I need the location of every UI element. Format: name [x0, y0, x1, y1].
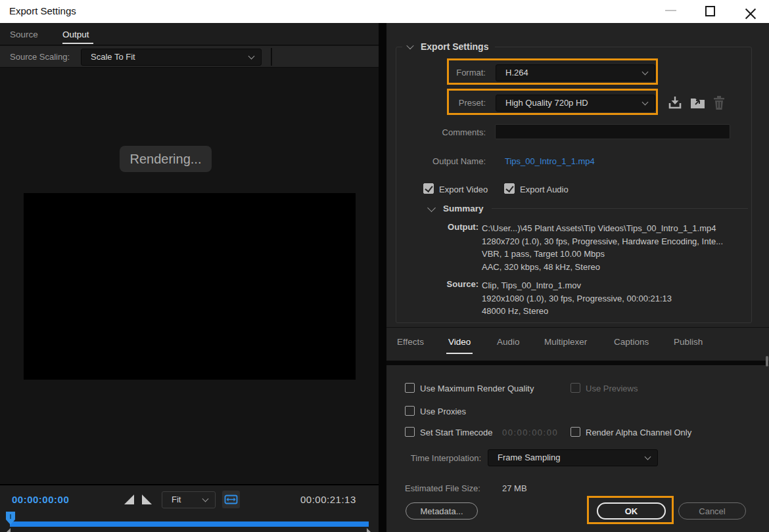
format-value: H.264: [505, 68, 528, 78]
panel-splitter[interactable]: [386, 361, 769, 365]
divider: [492, 208, 748, 209]
current-timecode[interactable]: 00:00:00:00: [12, 494, 69, 505]
preview-tabbar: Source Output: [0, 23, 379, 45]
preview-area: Rendering...: [0, 68, 379, 483]
use-previews-label: Use Previews: [586, 384, 638, 393]
zoom-level-value: Fit: [172, 495, 181, 504]
video-frame: [24, 193, 356, 380]
export-video-checkbox[interactable]: [423, 183, 434, 194]
minimize-icon[interactable]: [665, 10, 676, 11]
chevron-down-icon: [642, 69, 649, 76]
time-interpolation-select[interactable]: Frame Sampling: [488, 449, 658, 466]
preset-label: Preset:: [386, 98, 486, 108]
fit-output-icon[interactable]: [222, 491, 240, 508]
summary-output-label: Output:: [386, 222, 478, 232]
source-scaling-select[interactable]: Scale To Fit: [81, 49, 262, 66]
comments-label: Comments:: [386, 127, 486, 137]
zoom-level-select[interactable]: Fit: [162, 491, 216, 508]
transport-bar: 00:00:00:00 Fit 00:00:21:13: [0, 484, 379, 532]
output-name-label: Output Name:: [386, 156, 486, 166]
chevron-down-icon: [645, 454, 651, 460]
scrollbar-thumb[interactable]: [766, 356, 768, 366]
tab-captions[interactable]: Captions: [614, 337, 649, 347]
tab-effects[interactable]: Effects: [397, 337, 424, 347]
use-proxies-checkbox[interactable]: [405, 406, 415, 416]
summary-source-label: Source:: [386, 279, 478, 289]
export-audio-label: Export Audio: [520, 185, 569, 194]
video-tab-panel: Use Maximum Render Quality Use Previews …: [386, 365, 769, 532]
divider: [271, 48, 272, 66]
use-max-render-quality-checkbox[interactable]: [405, 383, 415, 393]
format-select[interactable]: H.264: [496, 64, 655, 81]
use-proxies-label: Use Proxies: [420, 407, 466, 416]
export-video-label: Export Video: [439, 185, 488, 194]
titlebar: Export Settings: [0, 0, 769, 23]
delete-preset-icon[interactable]: [712, 95, 730, 111]
settings-tabbar: Effects Video Audio Multiplexer Captions…: [386, 327, 769, 361]
render-alpha-label: Render Alpha Channel Only: [586, 428, 691, 437]
tab-output[interactable]: Output: [62, 30, 89, 39]
use-max-render-quality-label: Use Maximum Render Quality: [420, 384, 534, 393]
chevron-down-icon: [248, 53, 255, 60]
set-in-point-icon[interactable]: [124, 495, 134, 504]
use-previews-checkbox: [571, 383, 580, 393]
summary-output-lines: C:\User...)\45 Plant Assets\Tip Videos\T…: [482, 222, 723, 273]
window-title: Export Settings: [9, 5, 76, 16]
metadata-button[interactable]: Metadata...: [406, 502, 478, 520]
rendering-status: Rendering...: [120, 146, 212, 172]
source-scaling-row: Source Scaling: Scale To Fit: [0, 46, 379, 68]
format-label: Format:: [386, 68, 486, 78]
tab-video[interactable]: Video: [448, 337, 471, 347]
close-icon[interactable]: [743, 5, 757, 18]
estimated-size-label: Estimated File Size:: [405, 483, 480, 493]
set-start-timecode-checkbox[interactable]: [405, 427, 415, 437]
source-scaling-value: Scale To Fit: [91, 52, 135, 62]
export-settings-header[interactable]: Export Settings: [402, 41, 495, 53]
export-audio-checkbox[interactable]: [504, 183, 515, 194]
timeline-track[interactable]: [10, 521, 369, 527]
summary-source-lines: Clip, Tips_00_Intro_1.mov 1920x1080 (1.0…: [482, 279, 672, 318]
export-settings-dialog: Export Settings Source Output Source Sca…: [0, 0, 769, 532]
tab-source[interactable]: Source: [10, 30, 38, 39]
save-preset-icon[interactable]: [668, 95, 685, 111]
chevron-down-icon: [642, 99, 649, 106]
estimated-size-value: 27 MB: [502, 483, 527, 493]
comments-input[interactable]: [495, 124, 730, 139]
tab-multiplexer[interactable]: Multiplexer: [544, 337, 587, 347]
panel-divider: [379, 23, 386, 532]
import-preset-icon[interactable]: [689, 95, 707, 111]
playhead-icon[interactable]: [5, 511, 16, 525]
export-settings-panel: Export Settings Format: H.264 Preset: Hi…: [386, 23, 769, 327]
tab-publish[interactable]: Publish: [674, 337, 703, 347]
maximize-icon[interactable]: [705, 6, 715, 16]
summary-header[interactable]: Summary: [443, 204, 484, 213]
range-start-marker[interactable]: [1, 528, 11, 532]
output-name-link[interactable]: Tips_00_Intro_1_1.mp4: [505, 156, 595, 166]
time-interpolation-value: Frame Sampling: [498, 453, 560, 462]
start-timecode-value: 00:00:00:00: [502, 428, 558, 437]
tab-audio[interactable]: Audio: [497, 337, 520, 347]
set-out-point-icon[interactable]: [142, 495, 152, 504]
active-tab-underline: [446, 353, 473, 354]
preview-panel: Source Output Source Scaling: Scale To F…: [0, 23, 379, 532]
preset-value: High Quality 720p HD: [505, 98, 588, 108]
duration-timecode: 00:00:21:13: [300, 494, 356, 505]
chevron-down-icon: [202, 496, 209, 502]
time-interpolation-label: Time Interpolation:: [386, 453, 481, 463]
chevron-down-icon: [406, 42, 413, 49]
range-end-marker[interactable]: [367, 528, 377, 532]
render-alpha-checkbox[interactable]: [571, 427, 580, 437]
set-start-timecode-label: Set Start Timecode: [420, 428, 493, 437]
source-scaling-label: Source Scaling:: [10, 52, 70, 62]
preset-select[interactable]: High Quality 720p HD: [496, 95, 655, 112]
cancel-button[interactable]: Cancel: [678, 502, 746, 520]
active-tab-underline: [62, 43, 93, 44]
ok-button[interactable]: OK: [597, 502, 666, 520]
